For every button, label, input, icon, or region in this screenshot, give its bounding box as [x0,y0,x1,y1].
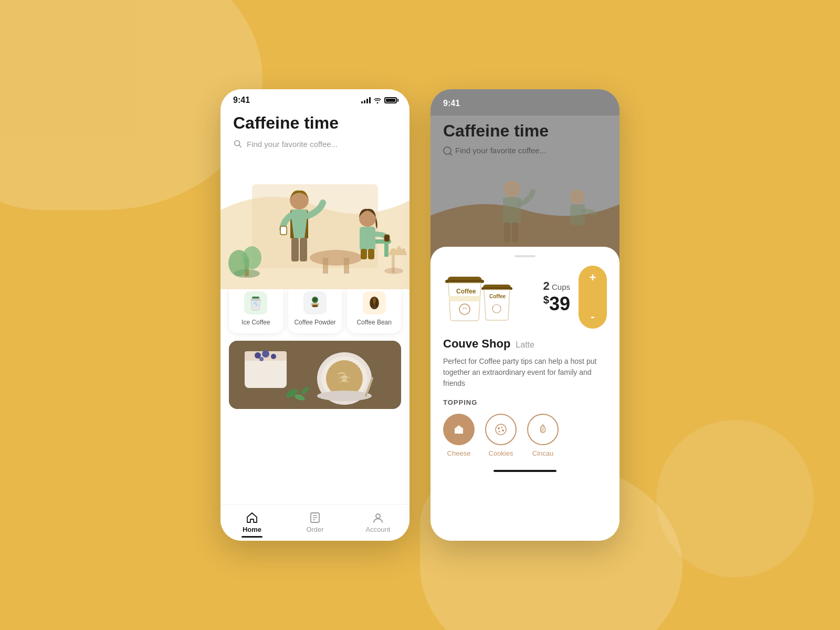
category-cards: Ice Coffee Coffee Powder [229,284,401,333]
coffee-powder-icon-container [303,291,327,314]
bottom-indicator [494,470,556,472]
svg-rect-66 [570,204,585,225]
quantity-stepper[interactable]: + - [579,266,607,329]
svg-point-78 [502,429,504,432]
topping-cheese[interactable]: Cheese [443,414,475,457]
topping-cincau-label: Cincau [532,449,553,457]
category-card-coffee-powder[interactable]: Coffee Powder [288,284,342,333]
coffee-cup-small: Coffee [480,281,514,322]
quantity-display: 2 Cups [514,279,570,293]
bottom-nav: Home Order Account [220,504,410,541]
status-time-left: 9:41 [233,96,250,105]
svg-rect-17 [291,238,299,261]
svg-text:Find your favorite coffee...: Find your favorite coffee... [455,146,546,155]
left-phone-content: Caffeine time Find your favorite coffee.… [220,113,410,149]
nav-home-label: Home [243,526,261,533]
svg-text:9:41: 9:41 [443,99,460,108]
nav-order[interactable]: Order [284,508,346,538]
search-placeholder-left: Find your favorite coffee... [247,140,338,149]
topping-cincau[interactable]: Cincau [527,414,559,457]
sheet-handle [514,255,536,257]
nav-order-label: Order [306,526,323,533]
product-name-row: Couve Shop Latte [443,337,607,351]
svg-point-2 [310,250,362,266]
status-icons-left [361,97,397,103]
search-icon-left [233,139,243,149]
topping-cheese-label: Cheese [447,449,471,457]
svg-point-39 [317,391,372,401]
category-section: Ice Coffee Coffee Powder [220,284,410,333]
category-card-coffee-bean[interactable]: Coffee Bean [347,284,401,333]
svg-point-79 [499,431,500,433]
coffee-bean-icon-container [363,291,386,314]
battery-icon-left [384,97,397,103]
svg-point-29 [313,298,317,302]
svg-point-62 [503,181,520,197]
ice-coffee-icon [248,295,263,311]
product-type: Latte [516,340,534,350]
svg-point-77 [501,427,503,428]
svg-point-32 [312,305,318,307]
svg-text:Coffee: Coffee [456,288,476,295]
svg-rect-64 [512,223,518,243]
order-icon [309,512,321,523]
svg-rect-3 [323,258,328,274]
app-title-left: Caffeine time [233,113,397,133]
nav-account[interactable]: Account [346,508,410,538]
decrement-button[interactable]: - [591,311,594,322]
svg-rect-22 [361,249,367,259]
product-cups: Coffee Coffee [443,272,514,322]
nav-home-indicator [242,536,262,538]
topping-cookies[interactable]: Cookies [485,414,517,457]
cookies-icon [494,422,508,437]
account-icon [372,512,384,523]
coffee-powder-label: Coffee Powder [294,319,335,326]
status-bar-left: 9:41 [220,89,410,109]
svg-rect-24 [384,235,390,242]
food-photo-area [229,341,401,409]
svg-point-54 [376,514,380,518]
price-display: $39 [514,293,570,315]
svg-rect-16 [291,209,307,238]
bottom-sheet: Coffee Coffee [430,247,620,541]
category-card-ice-coffee[interactable]: Ice Coffee [229,284,283,333]
svg-point-44 [262,350,269,358]
svg-rect-13 [392,255,395,273]
price-value: 39 [549,293,570,314]
svg-point-76 [498,427,500,429]
svg-rect-63 [504,223,510,243]
svg-rect-7 [384,244,388,257]
increment-button[interactable]: + [590,272,596,284]
svg-point-38 [342,375,347,382]
coffee-powder-icon [308,295,322,311]
wifi-icon [373,97,382,103]
svg-text:Coffee: Coffee [489,293,506,299]
nav-account-label: Account [366,526,391,533]
food-photo-svg [229,341,401,409]
svg-rect-27 [256,304,258,306]
currency-symbol: $ [543,294,549,306]
svg-point-11 [243,246,261,269]
search-bar-left[interactable]: Find your favorite coffee... [233,139,397,149]
topping-options: Cheese Cookies [443,414,607,457]
svg-rect-23 [368,249,374,259]
phones-container: 9:41 Caffeine time [220,89,620,541]
product-description: Perfect for Coffee party tips can help a… [443,356,607,389]
topping-cookies-icon [485,414,517,445]
coffee-bean-icon [367,295,382,311]
nav-home[interactable]: Home [220,508,284,538]
bg-decoration-3 [656,420,814,578]
home-icon [246,512,258,523]
left-phone: 9:41 Caffeine time [220,89,410,541]
topping-cookies-label: Cookies [489,449,513,457]
coffee-bean-label: Coffee Bean [356,319,392,326]
svg-point-65 [570,190,585,204]
battery-fill-left [386,99,395,102]
signal-bar-1 [361,101,363,103]
cincau-icon [536,422,550,437]
ice-coffee-label: Ice Coffee [242,319,270,326]
topping-section: TOPPING Cheese [443,398,607,457]
ice-coffee-icon-container [244,291,267,314]
topping-cheese-icon [443,414,475,445]
quantity-info: 2 Cups $39 [514,279,579,315]
